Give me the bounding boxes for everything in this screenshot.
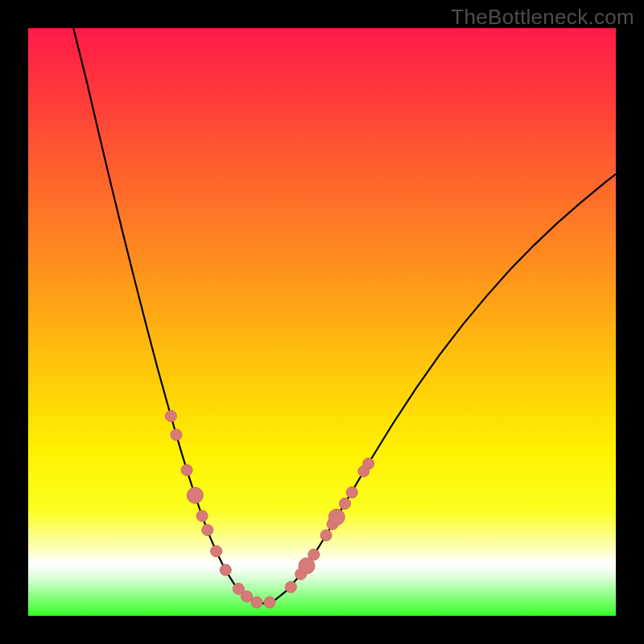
curve-marker bbox=[328, 509, 345, 525]
curve-marker bbox=[264, 597, 275, 608]
plot-area bbox=[28, 28, 616, 616]
curve-marker bbox=[285, 581, 296, 592]
curve-marker bbox=[339, 498, 350, 510]
curve-marker bbox=[220, 564, 231, 576]
chart-frame: TheBottleneck.com bbox=[0, 0, 644, 644]
curve-marker bbox=[187, 487, 203, 503]
curve-layer bbox=[28, 28, 616, 616]
watermark-text: TheBottleneck.com bbox=[451, 5, 634, 30]
curve-marker bbox=[202, 524, 213, 535]
curve-marker bbox=[242, 591, 253, 602]
curve-marker bbox=[320, 530, 332, 541]
curve-marker bbox=[165, 411, 176, 422]
curve-marker bbox=[251, 597, 262, 608]
curve-marker bbox=[346, 487, 357, 498]
curve-marker bbox=[308, 549, 320, 560]
curve-marker bbox=[196, 510, 208, 522]
curve-marker bbox=[171, 429, 182, 440]
curve-marker bbox=[363, 458, 374, 469]
curve-marker bbox=[181, 464, 192, 476]
curve-marker bbox=[211, 546, 222, 557]
curve-markers bbox=[165, 411, 374, 608]
